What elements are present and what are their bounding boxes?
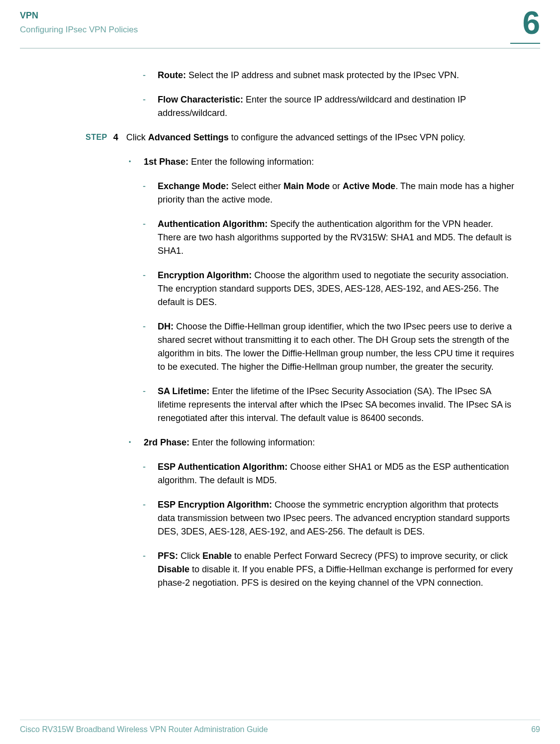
phase-sub-text: ESP Authentication Algorithm: Choose eit…	[158, 460, 515, 487]
step-number: 4	[113, 131, 120, 144]
phase1-bullet: • 1st Phase: Enter the following informa…	[129, 155, 515, 169]
phase-text-part: Choose the Diffie-Hellman group identifi…	[158, 321, 514, 372]
page-footer: Cisco RV315W Broadband Wireless VPN Rout…	[20, 720, 540, 734]
phase-bold-part: Encryption Algorithm:	[158, 270, 252, 280]
header-title: VPN	[20, 9, 138, 22]
phase-sub-text: Encryption Algorithm: Choose the algorit…	[158, 269, 515, 309]
phase-text-part: Enter the lifetime of the IPsec Security…	[158, 386, 511, 423]
phase-sub-item: -ESP Encryption Algorithm: Choose the sy…	[143, 498, 515, 538]
dash-icon: -	[143, 269, 149, 309]
dash-icon: -	[143, 180, 149, 207]
step-label: STEP	[86, 131, 107, 144]
phase-sub-text: Authentication Algorithm: Specify the au…	[158, 217, 515, 258]
page-header: VPN Configuring IPsec VPN Policies 6	[0, 0, 560, 41]
phase-text-part: Select either	[229, 181, 283, 191]
header-left: VPN Configuring IPsec VPN Policies	[20, 9, 138, 36]
page-content: -Route: Select the IP address and subnet…	[0, 49, 560, 590]
phase-sub-item: -ESP Authentication Algorithm: Choose ei…	[143, 460, 515, 487]
dash-icon: -	[143, 217, 149, 258]
intro-sub-text: Flow Characteristic: Enter the source IP…	[158, 93, 515, 120]
step-pre: Click	[126, 132, 148, 142]
phase-bold-part: SA Lifetime:	[158, 386, 209, 396]
bullet-icon: •	[129, 155, 135, 169]
intro-bold: Route:	[158, 70, 186, 80]
chapter-underline	[510, 43, 540, 44]
phase-text-part: to enable Perfect Forward Secrecy (PFS) …	[232, 551, 508, 561]
dash-icon: -	[143, 69, 149, 82]
phase-sub-item: -Exchange Mode: Select either Main Mode …	[143, 180, 515, 207]
step-post: to configure the advanced settings of th…	[229, 132, 466, 142]
phase2-bold: 2rd Phase:	[144, 437, 189, 447]
step-bold: Advanced Settings	[148, 132, 229, 142]
phase1-heading: 1st Phase: Enter the following informati…	[144, 155, 515, 169]
phase-text-part: Click	[178, 551, 202, 561]
phase-bold-part: DH:	[158, 321, 174, 331]
phase-sub-item: -Encryption Algorithm: Choose the algori…	[143, 269, 515, 309]
phase-bold-part: Main Mode	[283, 181, 330, 191]
dash-icon: -	[143, 320, 149, 374]
phase-text-part: to disable it. If you enable PFS, a Diff…	[158, 564, 513, 588]
intro-rest: Select the IP address and subnet mask pr…	[186, 70, 459, 80]
step-text: Click Advanced Settings to configure the…	[126, 131, 515, 144]
dash-icon: -	[143, 385, 149, 425]
step-row: STEP 4 Click Advanced Settings to config…	[86, 131, 515, 144]
dash-icon: -	[143, 549, 149, 590]
chapter-number: 6	[522, 7, 540, 39]
intro-sub-item: -Flow Characteristic: Enter the source I…	[143, 93, 515, 120]
phase-bold-part: PFS:	[158, 551, 178, 561]
dash-icon: -	[143, 460, 149, 487]
phase1-text: Enter the following information:	[188, 157, 314, 167]
intro-sub-item: -Route: Select the IP address and subnet…	[143, 69, 515, 82]
phase-sub-text: PFS: Click Enable to enable Perfect Forw…	[158, 549, 515, 590]
phase-sub-item: -PFS: Click Enable to enable Perfect For…	[143, 549, 515, 590]
phase-bold-part: Exchange Mode:	[158, 181, 229, 191]
phase2-text: Enter the following information:	[189, 437, 315, 447]
dash-icon: -	[143, 93, 149, 120]
header-subtitle: Configuring IPsec VPN Policies	[20, 23, 138, 36]
phase1-bold: 1st Phase:	[144, 157, 188, 167]
phase-sub-text: SA Lifetime: Enter the lifetime of the I…	[158, 385, 515, 425]
phase-sub-item: -Authentication Algorithm: Specify the a…	[143, 217, 515, 258]
intro-bold: Flow Characteristic:	[158, 95, 243, 105]
phase-sub-text: DH: Choose the Diffie-Hellman group iden…	[158, 320, 515, 374]
dash-icon: -	[143, 498, 149, 538]
phase-bold-part: Active Mode	[343, 181, 395, 191]
phase2-bullet: • 2rd Phase: Enter the following informa…	[129, 436, 515, 449]
phase-bold-part: Authentication Algorithm:	[158, 219, 268, 229]
phase-sub-text: Exchange Mode: Select either Main Mode o…	[158, 180, 515, 207]
bullet-icon: •	[129, 436, 135, 449]
footer-left: Cisco RV315W Broadband Wireless VPN Rout…	[20, 725, 268, 734]
phase2-heading: 2rd Phase: Enter the following informati…	[144, 436, 515, 449]
phase-bold-part: ESP Authentication Algorithm:	[158, 462, 287, 472]
intro-sub-text: Route: Select the IP address and subnet …	[158, 69, 515, 82]
phase-sub-item: -DH: Choose the Diffie-Hellman group ide…	[143, 320, 515, 374]
phase-bold-part: Disable	[158, 564, 189, 574]
phase-bold-part: ESP Encryption Algorithm:	[158, 500, 272, 510]
phase-text-part: or	[330, 181, 343, 191]
phase-bold-part: Enable	[202, 551, 232, 561]
phase-sub-item: -SA Lifetime: Enter the lifetime of the …	[143, 385, 515, 425]
phase-sub-text: ESP Encryption Algorithm: Choose the sym…	[158, 498, 515, 538]
footer-page-number: 69	[531, 725, 540, 734]
